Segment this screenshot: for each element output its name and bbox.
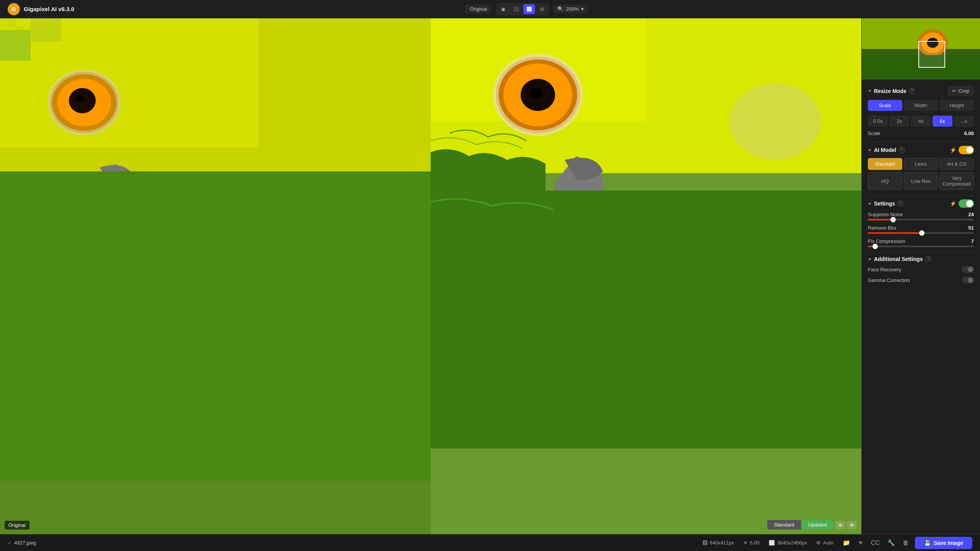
standard-view-button[interactable]: Standard — [767, 520, 801, 530]
scale-label: Scale — [868, 130, 880, 136]
original-size-value: 640x411px — [710, 540, 734, 546]
scale-0-5x-button[interactable]: 0.5x — [868, 116, 888, 127]
additional-settings-header: ▼ Additional Settings ? — [868, 256, 974, 262]
face-recovery-label: Face Recovery — [868, 267, 901, 272]
resize-mode-help-button[interactable]: ? — [909, 88, 915, 94]
resize-height-button[interactable]: Height — [939, 100, 974, 111]
mode-icon: ⚙ — [816, 540, 821, 546]
fix-compression-value: 7 — [971, 238, 974, 244]
ai-model-row1: Standard Lines Art & CG — [868, 158, 974, 170]
image-viewer[interactable]: Original — [0, 18, 861, 534]
settings-toggle[interactable] — [959, 199, 974, 208]
settings-chevron-icon: ▼ — [868, 202, 872, 206]
suppress-noise-section: Suppress Noise 24 — [868, 212, 974, 220]
svg-rect-22 — [431, 191, 861, 448]
scale-2x-button[interactable]: 2x — [889, 116, 909, 127]
resize-scale-button[interactable]: Scale — [868, 100, 902, 111]
folder-icon-button[interactable]: 📁 — [841, 538, 852, 548]
resize-width-button[interactable]: Width — [904, 100, 938, 111]
thumbnail-area — [862, 18, 980, 80]
fix-compression-thumb[interactable] — [872, 244, 878, 249]
image-right-panel: Standard Updated ⊕ ⊗ — [431, 18, 861, 534]
compare-split-button[interactable]: ⊗ — [847, 521, 857, 529]
scale-item-value: 6.00 — [750, 540, 760, 546]
image-left-panel: Original — [0, 18, 431, 534]
model-artcg-button[interactable]: Art & CG — [939, 158, 974, 170]
svg-point-20 — [530, 88, 542, 99]
save-icon: 💾 — [924, 540, 931, 546]
model-hq-button[interactable]: HQ — [868, 172, 902, 190]
divider-3 — [868, 252, 974, 252]
app-logo: G — [8, 3, 20, 15]
brightness-icon-button[interactable]: ☀ — [856, 538, 865, 548]
ai-model-lightning-icon: ⚡ — [950, 147, 956, 153]
fix-compression-section: Fix Compression 7 — [868, 238, 974, 247]
settings-lightning-icon: ⚡ — [950, 201, 956, 207]
fix-compression-track[interactable] — [868, 246, 974, 247]
model-standard-button[interactable]: Standard — [868, 158, 902, 170]
ai-model-row2: HQ Low Res Very Compressed — [868, 172, 974, 190]
model-lowres-button[interactable]: Low Res — [904, 172, 938, 190]
ai-model-toggle[interactable] — [959, 146, 974, 154]
face-recovery-toggle[interactable] — [962, 266, 974, 273]
crop-button[interactable]: ✂ Crop — [947, 86, 974, 96]
scale-6x-button[interactable]: 6x — [933, 116, 952, 127]
tools-icon-button[interactable]: 🔧 — [886, 538, 897, 548]
delete-icon-button[interactable]: 🗑 — [901, 538, 910, 548]
zoom-chevron-icon: ▾ — [581, 6, 584, 12]
additional-settings-help-button[interactable]: ? — [925, 256, 931, 262]
view-toggle-group: ▣ ⬛ ⬜ ⊞ — [496, 3, 549, 15]
remove-blur-section: Remove Blur 51 — [868, 225, 974, 234]
svg-rect-10 — [0, 171, 431, 481]
mode-item: ⚙ Auto — [816, 540, 833, 546]
scale-custom-button[interactable]: ...x — [954, 116, 974, 127]
resize-mode-title: Resize Mode — [874, 88, 906, 94]
settings-header: ▼ Settings ? ⚡ — [868, 199, 974, 208]
thumbnail-viewport-indicator — [918, 41, 945, 68]
mode-value: Auto — [823, 540, 833, 546]
ai-model-title: AI Model — [874, 147, 896, 153]
view-grid-button[interactable]: ⊞ — [536, 4, 548, 14]
settings-help-button[interactable]: ? — [897, 201, 903, 207]
additional-settings-section: ▼ Additional Settings ? Face Recovery Ga… — [868, 256, 974, 284]
model-lines-button[interactable]: Lines — [904, 158, 938, 170]
gamma-correction-label: Gamma Correction — [868, 277, 910, 283]
svg-rect-13 — [15, 26, 23, 34]
suppress-noise-track[interactable] — [868, 219, 974, 220]
resize-mode-buttons: Scale Width Height — [868, 100, 974, 111]
scale-value: 6.00 — [964, 130, 974, 136]
ai-model-chevron-icon: ▼ — [868, 148, 872, 152]
save-image-button[interactable]: 💾 Save Image — [915, 537, 972, 549]
split-container: Original — [0, 18, 861, 534]
original-size-item: 🖼 640x411px — [702, 540, 734, 546]
remove-blur-track[interactable] — [868, 232, 974, 234]
svg-rect-3 — [0, 30, 31, 60]
model-verycompressed-button[interactable]: Very Compressed — [939, 172, 974, 190]
main-area: Original — [0, 18, 980, 534]
gamma-correction-toggle[interactable] — [962, 277, 974, 284]
scale-4x-button[interactable]: 4x — [911, 116, 931, 127]
svg-rect-4 — [31, 18, 61, 41]
bottom-info: 🖼 640x411px ✕ 6.00 ⬜ 3840x2466px ⚙ Auto — [702, 540, 833, 546]
view-single-button[interactable]: ▣ — [497, 4, 509, 14]
remove-blur-thumb[interactable] — [919, 230, 924, 236]
topbar: G Gigapixel AI v6.3.0 Original ▣ ⬛ ⬜ ⊞ 🔍… — [0, 0, 980, 18]
comparison-bar: Standard Updated ⊕ ⊗ — [767, 520, 857, 530]
cc-button[interactable]: CC — [869, 538, 881, 548]
view-split-v-button[interactable]: ⬜ — [523, 4, 535, 14]
divider-2 — [868, 195, 974, 196]
output-size-item: ⬜ 3840x2466px — [769, 540, 807, 546]
check-icon: ✓ — [8, 540, 12, 546]
suppress-noise-thumb[interactable] — [890, 217, 896, 222]
svg-point-23 — [729, 83, 821, 160]
face-recovery-row: Face Recovery — [868, 266, 974, 273]
view-split-h-button[interactable]: ⬛ — [510, 4, 522, 14]
suppress-noise-fill — [868, 219, 893, 220]
additional-settings-chevron-icon: ▼ — [868, 257, 872, 261]
original-toggle-button[interactable]: Original — [465, 5, 492, 13]
filename: 4927.jpeg — [14, 540, 36, 546]
compare-icon-button[interactable]: ⊕ — [835, 521, 845, 529]
updated-view-button[interactable]: Updated — [801, 520, 834, 530]
gamma-correction-row: Gamma Correction — [868, 277, 974, 284]
ai-model-help-button[interactable]: ? — [898, 147, 905, 153]
